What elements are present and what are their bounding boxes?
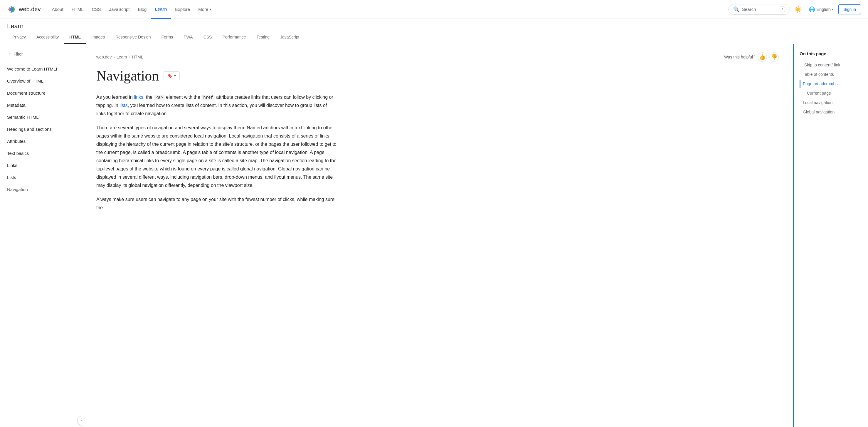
breadcrumb: web.dev › Learn › HTML xyxy=(96,55,143,59)
nav-about[interactable]: About xyxy=(48,4,67,14)
content-paragraph-3: Always make sure users can navigate to a… xyxy=(96,195,337,212)
search-shortcut: / xyxy=(780,6,785,12)
thumbs-down-icon: 👎 xyxy=(771,54,777,60)
sidebar-item-text-basics[interactable]: Text basics xyxy=(0,147,82,159)
toc-item-global-navigation[interactable]: Global navigation xyxy=(800,108,862,116)
tab-accessibility[interactable]: Accessibility xyxy=(31,31,64,44)
lists-link[interactable]: lists xyxy=(120,103,128,108)
thumbs-up-icon: 👍 xyxy=(759,54,766,60)
content-paragraph-2: There are several types of navigation an… xyxy=(96,124,337,190)
tab-privacy[interactable]: Privacy xyxy=(7,31,31,44)
logo-icon xyxy=(7,5,17,14)
nav-javascript[interactable]: JavaScript xyxy=(105,4,134,14)
left-sidebar: ≡ Filter Welcome to Learn HTML! Overview… xyxy=(0,44,82,427)
language-selector[interactable]: 🌐 English ▾ xyxy=(806,4,836,15)
language-chevron-icon: ▾ xyxy=(832,7,834,11)
bookmark-button[interactable]: 🔖 ▾ xyxy=(163,72,180,80)
topic-tabs: Privacy Accessibility HTML Images Respon… xyxy=(7,31,861,44)
logo-text: web.dev xyxy=(19,6,41,12)
nav-explore[interactable]: Explore xyxy=(171,4,194,14)
breadcrumb-webdev[interactable]: web.dev xyxy=(96,55,112,59)
breadcrumb-sep-1: › xyxy=(113,55,115,59)
sign-in-button[interactable]: Sign in xyxy=(838,4,861,15)
helpful-area: Was this helpful? 👍 👎 xyxy=(724,52,779,62)
tab-css[interactable]: CSS xyxy=(198,31,217,44)
tab-forms[interactable]: Forms xyxy=(156,31,179,44)
sidebar-item-headings[interactable]: Headings and sections xyxy=(0,123,82,135)
content-area: web.dev › Learn › HTML Was this helpful?… xyxy=(82,44,793,427)
breadcrumb-learn[interactable]: Learn xyxy=(117,55,127,59)
links-link[interactable]: links xyxy=(134,95,143,99)
learn-section-header: Learn Privacy Accessibility HTML Images … xyxy=(0,19,868,44)
collapse-chevron-icon: ‹ xyxy=(81,418,82,423)
on-this-page-title: On this page xyxy=(800,51,862,56)
helpful-label: Was this helpful? xyxy=(724,55,755,59)
nav-css[interactable]: CSS xyxy=(88,4,105,14)
sidebar-item-lists[interactable]: Lists xyxy=(0,171,82,183)
top-nav: web.dev About HTML CSS JavaScript Blog L… xyxy=(0,0,868,19)
bookmark-chevron-icon: ▾ xyxy=(174,74,176,78)
sidebar-item-overview[interactable]: Overview of HTML xyxy=(0,75,82,87)
bookmark-icon: 🔖 xyxy=(167,74,173,78)
sidebar-item-metadata[interactable]: Metadata xyxy=(0,99,82,111)
search-placeholder: Search xyxy=(742,7,756,12)
sidebar-item-welcome[interactable]: Welcome to Learn HTML! xyxy=(0,63,82,75)
tab-responsive-design[interactable]: Responsive Design xyxy=(110,31,156,44)
page-title-row: Navigation 🔖 ▾ xyxy=(96,67,779,84)
nav-learn[interactable]: Learn xyxy=(151,0,171,19)
toc-item-local-navigation[interactable]: Local navigation xyxy=(800,98,862,107)
breadcrumb-row: web.dev › Learn › HTML Was this helpful?… xyxy=(96,52,779,62)
sidebar-item-attributes[interactable]: Attributes xyxy=(0,135,82,147)
tab-performance[interactable]: Performance xyxy=(217,31,251,44)
sidebar-item-document-structure[interactable]: Document structure xyxy=(0,87,82,99)
href-code: href xyxy=(202,95,215,101)
tab-pwa[interactable]: PWA xyxy=(178,31,198,44)
thumbs-up-button[interactable]: 👍 xyxy=(757,52,767,62)
nav-html[interactable]: HTML xyxy=(67,4,88,14)
main-layout: ≡ Filter Welcome to Learn HTML! Overview… xyxy=(0,44,868,427)
breadcrumb-html[interactable]: HTML xyxy=(132,55,143,59)
sun-icon: ☀️ xyxy=(794,6,802,13)
thumbs-down-button[interactable]: 👎 xyxy=(769,52,779,62)
a-code: <a> xyxy=(154,95,165,101)
learn-title: Learn xyxy=(7,19,861,30)
toc-item-page-breadcrumbs[interactable]: Page breadcrumbs xyxy=(800,80,862,88)
logo-link[interactable]: web.dev xyxy=(7,5,41,14)
tab-testing[interactable]: Testing xyxy=(251,31,275,44)
tab-images[interactable]: Images xyxy=(86,31,110,44)
nav-more[interactable]: More ▾ xyxy=(194,4,215,14)
toc-item-current-page[interactable]: Current page xyxy=(800,89,862,97)
filter-bar[interactable]: ≡ Filter xyxy=(5,49,77,59)
sidebar-item-navigation[interactable]: Navigation xyxy=(0,183,82,195)
globe-icon: 🌐 xyxy=(809,6,815,12)
filter-label: Filter xyxy=(13,52,23,56)
nav-blog[interactable]: Blog xyxy=(134,4,151,14)
language-label: English xyxy=(816,7,831,12)
toc-item-skip-to-content[interactable]: "Skip to content" link xyxy=(800,61,862,69)
tab-javascript[interactable]: JavaScript xyxy=(275,31,305,44)
nav-links: About HTML CSS JavaScript Blog Learn Exp… xyxy=(48,0,726,19)
theme-toggle[interactable]: ☀️ xyxy=(792,3,804,15)
tab-html[interactable]: HTML xyxy=(64,31,86,44)
page-title: Navigation xyxy=(96,67,159,84)
breadcrumb-sep-2: › xyxy=(129,55,130,59)
search-box[interactable]: 🔍 Search / xyxy=(728,4,790,15)
sidebar-item-semantic-html[interactable]: Semantic HTML xyxy=(0,111,82,123)
more-chevron-icon: ▾ xyxy=(209,7,211,11)
right-sidebar: On this page "Skip to content" link Tabl… xyxy=(793,44,868,427)
search-icon: 🔍 xyxy=(733,6,740,12)
sidebar-collapse-button[interactable]: ‹ xyxy=(77,416,82,425)
content-paragraph-1: As you learned in links, the <a> element… xyxy=(96,93,337,118)
filter-icon: ≡ xyxy=(8,51,11,57)
toc-item-table-of-contents[interactable]: Table of contents xyxy=(800,70,862,79)
sidebar-item-links[interactable]: Links xyxy=(0,159,82,171)
